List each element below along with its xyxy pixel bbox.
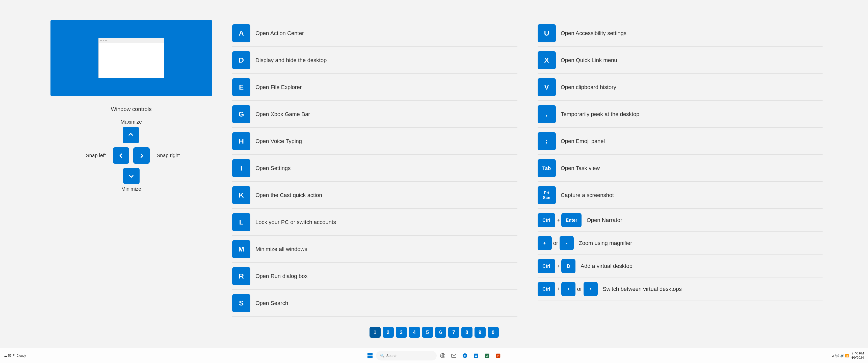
desc-ctrl-d: Add a virtual desktop bbox=[581, 263, 823, 269]
page-4[interactable]: 4 bbox=[409, 327, 420, 338]
page-2[interactable]: 2 bbox=[383, 327, 394, 338]
desc-semicolon: Open Emoji panel bbox=[561, 138, 823, 144]
win-dot-1 bbox=[100, 40, 102, 41]
page-3[interactable]: 3 bbox=[396, 327, 407, 338]
key-enter: Enter bbox=[561, 213, 582, 227]
desc-ctrl-enter: Open Narrator bbox=[587, 217, 823, 224]
taskbar-icon-3[interactable]: e bbox=[460, 351, 470, 361]
weather-temp: 55°F bbox=[8, 354, 14, 358]
maximize-group: Maximize bbox=[121, 119, 142, 145]
key-combo-plus-minus: + or - bbox=[537, 236, 574, 250]
key-minus: - bbox=[560, 236, 574, 250]
desc-k: Open the Cast quick action bbox=[255, 192, 518, 199]
desc-i: Open Settings bbox=[255, 165, 518, 171]
key-tab: Tab bbox=[537, 159, 556, 177]
snap-row: Snap left Snap right bbox=[81, 145, 182, 166]
key-plus: + bbox=[537, 236, 552, 250]
taskbar-icon-1[interactable] bbox=[438, 351, 448, 361]
desc-plus-minus: Zoom using magnifier bbox=[579, 240, 823, 246]
svg-text:P: P bbox=[497, 354, 499, 357]
page-6[interactable]: 6 bbox=[435, 327, 446, 338]
taskbar-icon-6[interactable]: P bbox=[493, 351, 503, 361]
shortcuts-grid: A Open Action Center D Display and hide … bbox=[232, 20, 823, 333]
key-left-arrow: ‹ bbox=[561, 282, 576, 296]
page-1[interactable]: 1 bbox=[370, 327, 381, 338]
key-l: L bbox=[232, 213, 250, 231]
page-9[interactable]: 9 bbox=[474, 327, 486, 338]
shortcut-row-v: V Open clipboard history bbox=[537, 74, 823, 101]
desc-prtscn: Capture a screenshot bbox=[561, 192, 823, 199]
clock: 2:40 PM 4/9/2024 bbox=[851, 352, 864, 360]
plus-sep-3: + bbox=[557, 286, 560, 292]
maximize-button[interactable] bbox=[123, 127, 139, 143]
key-e: E bbox=[232, 78, 250, 96]
taskbar-icon-4[interactable]: W bbox=[471, 351, 481, 361]
taskbar-icon-5[interactable]: X bbox=[482, 351, 492, 361]
taskbar: ☁ 55°F Cloudy 🔍 Search e W bbox=[0, 348, 868, 363]
snap-right-label: Snap right bbox=[152, 153, 182, 158]
desc-h: Open Voice Typing bbox=[255, 138, 518, 144]
shortcuts-column-right: U Open Accessibility settings X Open Qui… bbox=[537, 20, 823, 333]
desc-e: Open File Explorer bbox=[255, 84, 518, 91]
desc-s: Open Search bbox=[255, 300, 518, 306]
snap-left-button[interactable] bbox=[113, 147, 129, 164]
desc-d: Display and hide the desktop bbox=[255, 57, 518, 64]
key-x: X bbox=[537, 51, 556, 69]
key-s: S bbox=[232, 294, 250, 312]
right-panel: A Open Action Center D Display and hide … bbox=[232, 20, 823, 333]
plus-sep-2: + bbox=[557, 263, 560, 269]
key-semicolon: ; bbox=[537, 132, 556, 150]
page-8[interactable]: 8 bbox=[461, 327, 472, 338]
minimize-button[interactable] bbox=[123, 168, 140, 184]
key-d: D bbox=[232, 51, 250, 69]
key-g: G bbox=[232, 105, 250, 123]
shortcut-row-a: A Open Action Center bbox=[232, 20, 518, 47]
page-0[interactable]: 0 bbox=[488, 327, 499, 338]
desc-l: Lock your PC or switch accounts bbox=[255, 219, 518, 226]
taskbar-left: ☁ 55°F Cloudy bbox=[4, 354, 26, 358]
search-icon: 🔍 bbox=[380, 354, 384, 358]
weather-widget[interactable]: ☁ 55°F Cloudy bbox=[4, 354, 26, 358]
taskbar-icon-2[interactable] bbox=[449, 351, 459, 361]
taskbar-search-box[interactable]: 🔍 Search bbox=[376, 351, 437, 361]
shortcut-row-comma: , Temporarily peek at the desktop bbox=[537, 101, 823, 128]
shortcut-row-s: S Open Search bbox=[232, 290, 518, 317]
key-right-arrow: › bbox=[584, 282, 598, 296]
pagination: 1 2 3 4 5 6 7 8 9 0 bbox=[370, 322, 499, 343]
win-dot-3 bbox=[105, 40, 107, 41]
tray-icons: ∧ 💬 🔊 📶 bbox=[832, 354, 849, 358]
svg-text:W: W bbox=[475, 354, 477, 357]
shortcut-row-semicolon: ; Open Emoji panel bbox=[537, 128, 823, 155]
page-7[interactable]: 7 bbox=[448, 327, 459, 338]
weather-desc: Cloudy bbox=[17, 354, 26, 358]
page-5[interactable]: 5 bbox=[422, 327, 433, 338]
taskbar-right: ∧ 💬 🔊 📶 2:40 PM 4/9/2024 bbox=[832, 352, 864, 360]
desc-g: Open Xbox Game Bar bbox=[255, 111, 518, 118]
key-r: R bbox=[232, 267, 250, 285]
minimize-group: Minimize bbox=[121, 166, 142, 192]
desc-v: Open clipboard history bbox=[561, 84, 823, 91]
svg-rect-3 bbox=[370, 356, 372, 358]
key-ctrl-3: Ctrl bbox=[537, 282, 555, 296]
key-ctrl-2: Ctrl bbox=[537, 259, 555, 273]
key-v: V bbox=[537, 78, 556, 96]
shortcut-row-u: U Open Accessibility settings bbox=[537, 20, 823, 47]
shortcut-row-ctrl-arrows: Ctrl + ‹ or › Switch between virtual des… bbox=[537, 278, 823, 300]
snap-right-button[interactable] bbox=[133, 147, 150, 164]
shortcut-row-x: X Open Quick Link menu bbox=[537, 47, 823, 74]
snap-left-label: Snap left bbox=[81, 153, 111, 158]
key-combo-ctrl-enter: Ctrl + Enter bbox=[537, 213, 582, 227]
clock-date: 4/9/2024 bbox=[851, 356, 864, 360]
window-titlebar bbox=[99, 38, 164, 43]
shortcut-row-g: G Open Xbox Game Bar bbox=[232, 101, 518, 128]
shortcut-row-k: K Open the Cast quick action bbox=[232, 182, 518, 209]
key-m: M bbox=[232, 240, 250, 258]
shortcut-row-d: D Display and hide the desktop bbox=[232, 47, 518, 74]
main-content: Window controls Maximize Snap left bbox=[0, 0, 868, 348]
minimize-label: Minimize bbox=[121, 186, 142, 192]
shortcut-row-l: L Lock your PC or switch accounts bbox=[232, 209, 518, 236]
desc-u: Open Accessibility settings bbox=[561, 30, 823, 37]
start-button[interactable] bbox=[365, 351, 375, 361]
search-label: Search bbox=[386, 354, 398, 358]
key-a: A bbox=[232, 24, 250, 42]
